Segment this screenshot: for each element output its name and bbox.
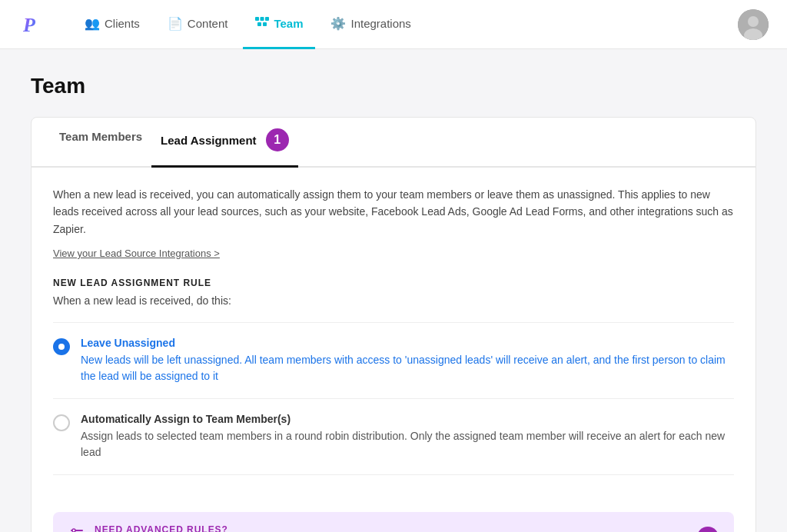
team-icon <box>255 15 269 31</box>
lead-source-link[interactable]: View your Lead Source Integrations > <box>53 248 220 259</box>
navbar: P 👥 Clients 📄 Content Team ⚙ <box>0 0 787 49</box>
tab-lead-assignment[interactable]: Lead Assignment 1 <box>151 118 298 168</box>
svg-rect-4 <box>257 22 261 26</box>
avatar-image <box>738 9 769 40</box>
add-rule-badge: 2 <box>697 527 719 532</box>
banner-title: NEED ADVANCED RULES? <box>95 524 563 532</box>
tabs-bar: Team Members Lead Assignment 1 <box>32 118 755 168</box>
svg-rect-1 <box>255 17 259 21</box>
description-text: When a new lead is received, you can aut… <box>53 186 734 238</box>
svg-text:P: P <box>22 14 36 36</box>
option-leave-unassigned-title: Leave Unassigned <box>81 337 734 349</box>
clients-icon: 👥 <box>85 16 100 31</box>
option-leave-unassigned-content: Leave Unassigned New leads will be left … <box>81 337 734 384</box>
advanced-rules-icon <box>68 526 85 532</box>
user-avatar[interactable] <box>738 9 769 40</box>
nav-item-content[interactable]: 📄 Content <box>155 0 241 49</box>
option-leave-unassigned[interactable]: Leave Unassigned New leads will be left … <box>53 322 734 398</box>
page-container: Team Team Members Lead Assignment 1 When… <box>0 49 787 532</box>
radio-auto-assign[interactable] <box>53 414 70 431</box>
nav-content-label: Content <box>188 17 228 30</box>
nav-item-integrations[interactable]: ⚙️ Integrations <box>318 0 423 49</box>
nav-clients-label: Clients <box>105 17 140 30</box>
page-title: Team <box>31 74 756 98</box>
advanced-rules-banner: NEED ADVANCED RULES? You can create cust… <box>53 512 734 532</box>
nav-item-team[interactable]: Team <box>243 0 315 49</box>
lead-assignment-badge: 1 <box>266 128 289 151</box>
option-auto-assign-content: Automatically Assign to Team Member(s) A… <box>81 413 734 461</box>
radio-leave-unassigned[interactable] <box>53 338 70 355</box>
banner-right: ADD NEW RULE > 2 <box>595 527 719 532</box>
option-leave-unassigned-desc: New leads will be left unassigned. All t… <box>81 352 734 384</box>
banner-text-group: NEED ADVANCED RULES? You can create cust… <box>95 524 563 532</box>
rule-label: NEW LEAD ASSIGNMENT RULE <box>53 278 734 288</box>
option-auto-assign[interactable]: Automatically Assign to Team Member(s) A… <box>53 398 734 475</box>
svg-rect-2 <box>261 17 264 21</box>
svg-point-7 <box>748 16 759 27</box>
integrations-icon: ⚙️ <box>330 16 346 31</box>
banner-left: NEED ADVANCED RULES? You can create cust… <box>68 524 563 532</box>
option-auto-assign-title: Automatically Assign to Team Member(s) <box>81 413 734 425</box>
card-body: When a new lead is received, you can aut… <box>32 168 755 494</box>
option-auto-assign-desc: Assign leads to selected team members in… <box>81 428 734 461</box>
nav-integrations-label: Integrations <box>350 17 410 30</box>
nav-team-label: Team <box>274 17 303 30</box>
nav-item-clients[interactable]: 👥 Clients <box>72 0 152 49</box>
app-logo[interactable]: P <box>18 10 48 39</box>
tab-team-members[interactable]: Team Members <box>50 118 151 168</box>
rule-subtext: When a new lead is received, do this: <box>53 294 734 307</box>
content-icon: 📄 <box>168 16 183 31</box>
svg-point-12 <box>72 529 75 532</box>
svg-rect-5 <box>263 22 267 26</box>
nav-items: 👥 Clients 📄 Content Team ⚙️ Integrations <box>72 0 738 49</box>
svg-rect-3 <box>265 17 269 21</box>
main-card: Team Members Lead Assignment 1 When a ne… <box>31 117 756 532</box>
